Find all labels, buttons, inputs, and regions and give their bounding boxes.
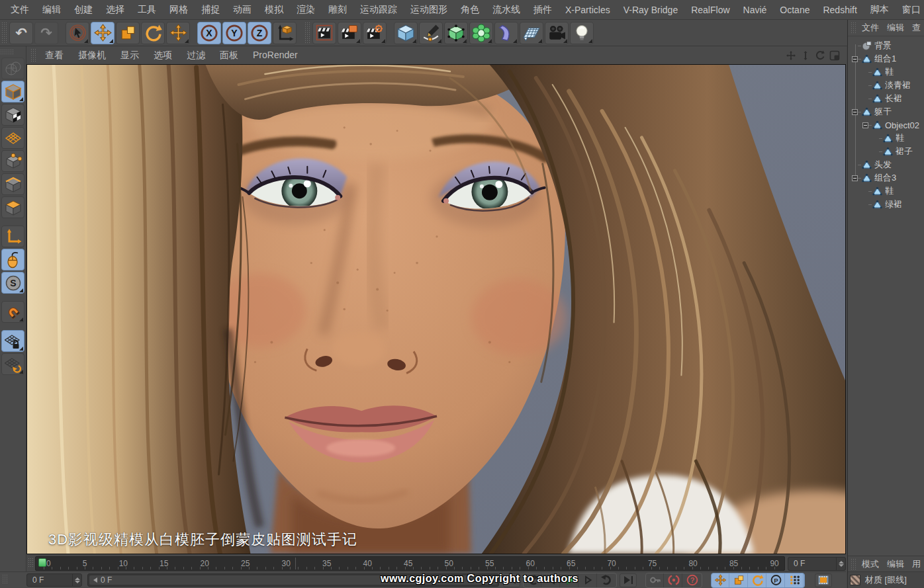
polygons-mode-button[interactable] [1,196,24,218]
tree-row[interactable]: 组合3 [852,171,924,185]
attribute-manager-menu-item[interactable]: 模式 [858,558,883,570]
keyframe-question-button[interactable]: ? [684,573,701,587]
orbit-icon[interactable] [814,50,826,62]
active-tool-button[interactable] [166,22,190,44]
expander-icon[interactable] [862,122,868,128]
light-button[interactable] [570,22,594,44]
menu-item[interactable]: 动画 [226,4,258,16]
viewport-menu-item[interactable]: 选项 [146,50,179,62]
tree-row[interactable]: 淡青裙 [852,79,924,92]
render-settings-button[interactable] [363,22,387,44]
menu-item[interactable]: 雕刻 [322,4,353,16]
viewport-menu-grip[interactable] [30,48,36,62]
model-mode-button[interactable] [1,81,24,103]
end-frame-field[interactable]: 0 F [788,557,846,571]
frame-scrubber[interactable]: 0 F [87,573,499,587]
end-frame-stepper[interactable] [836,558,845,570]
key-parameter-toggle[interactable]: P [768,573,785,587]
tree-row[interactable]: 头发 [852,158,924,171]
menu-item[interactable]: 文件 [4,4,36,16]
tree-row[interactable]: 躯干 [852,105,924,118]
object-manager-menu-item[interactable]: 编辑 [883,22,908,34]
key-scale-toggle[interactable] [731,573,748,587]
workplane-mode-button[interactable] [1,127,24,149]
tree-row[interactable]: 鞋 [852,132,924,145]
toolbar-grip[interactable] [1,22,7,44]
toolbar-grip-2[interactable] [304,22,310,44]
mograph-button[interactable] [469,22,493,44]
viewport-menu-item[interactable]: ProRender [246,50,305,62]
menu-item[interactable]: 流水线 [486,4,527,16]
scale-tool-button[interactable] [116,22,140,44]
menu-item[interactable]: 工具 [131,4,163,16]
menu-item[interactable]: Octane [773,5,816,15]
pan-icon[interactable] [785,50,797,62]
tree-row[interactable]: 鞋 [852,65,924,79]
record-objects-button[interactable] [647,573,664,587]
menu-item[interactable]: 脚本 [864,4,896,16]
tree-row[interactable]: 长裙 [852,92,924,105]
points-mode-button[interactable] [1,150,24,172]
redo-button[interactable]: ↷ [34,22,58,44]
camera-button[interactable] [545,22,569,44]
attribute-material-row[interactable]: 材质 [眼线] [848,571,924,588]
go-to-end-button[interactable] [620,573,637,587]
menu-item[interactable]: Navié [737,5,774,15]
viewport-menu-item[interactable]: 查看 [38,50,71,62]
workplane-lock-button[interactable] [1,330,24,352]
axis-lock-z-button[interactable]: Z [248,22,271,44]
viewport-canvas[interactable]: 3D影视级精模从白模胚子倒蒙皮贴图测试手记 [26,64,846,554]
axis-lock-y-button[interactable]: Y [222,22,246,44]
live-selection-button[interactable] [66,22,89,44]
move-tool-button[interactable] [91,22,115,44]
tree-row[interactable]: 组合1 [852,52,924,65]
render-view-button[interactable] [312,22,336,44]
texture-mode-button[interactable] [1,104,24,126]
menu-item[interactable]: 角色 [454,4,486,16]
workplane-rotate-button[interactable] [1,353,24,375]
current-frame-field[interactable]: 0 F [26,573,82,587]
subdivision-surface-button[interactable] [444,22,468,44]
axis-lock-x-button[interactable]: X [197,22,221,44]
expander-icon[interactable] [852,56,858,62]
attribute-manager-menu-item[interactable]: 用 [908,558,924,570]
menu-item[interactable]: 插件 [527,4,559,16]
menu-item[interactable]: Redshift [816,5,863,15]
previous-frame-button[interactable] [543,573,560,587]
playhead[interactable] [38,558,46,567]
timeline-ruler[interactable]: 051015202530354045505560657075808590 [35,556,785,571]
menu-item[interactable]: 创建 [68,4,99,16]
go-to-start-button[interactable] [503,573,520,587]
menu-item[interactable]: 渲染 [290,4,322,16]
enable-axis-button[interactable] [1,226,24,247]
viewport-menu-item[interactable]: 显示 [113,50,146,62]
key-rotation-toggle[interactable] [749,573,766,587]
make-editable-button[interactable] [1,58,24,79]
menu-item[interactable]: RealFlow [684,5,736,15]
expander-icon[interactable] [852,175,858,181]
viewport-menu-item[interactable]: 面板 [212,50,246,62]
attribute-manager-menu-item[interactable]: 编辑 [883,558,908,570]
left-toolbar-grip[interactable] [0,49,15,54]
object-manager-menu-item[interactable]: 文件 [858,22,883,34]
tree-row[interactable]: Object02 [852,118,924,132]
key-pla-toggle[interactable] [786,573,804,587]
menu-item[interactable]: 编辑 [36,4,68,16]
tweak-mode-button[interactable] [1,249,24,271]
attribute-manager-grip[interactable] [851,558,856,569]
menu-item[interactable]: 捕捉 [195,4,226,16]
next-key-button[interactable] [598,573,616,587]
viewport-menu-item[interactable]: 摄像机 [71,50,113,62]
dolly-icon[interactable] [800,50,811,62]
object-manager-menu-item[interactable]: 查 [908,22,924,34]
tree-row[interactable]: 鞋 [852,185,924,198]
menu-item[interactable]: V-Ray Bridge [617,5,684,15]
tree-row[interactable]: 背景 [852,39,924,52]
autokeying-button[interactable] [665,573,682,587]
menu-item[interactable]: X-Particles [559,5,617,15]
undo-button[interactable]: ↶ [9,22,33,44]
edges-mode-button[interactable] [1,173,24,195]
menu-item[interactable]: 选择 [99,4,131,16]
transport-grip[interactable] [2,574,8,585]
previous-key-button[interactable] [524,573,541,587]
